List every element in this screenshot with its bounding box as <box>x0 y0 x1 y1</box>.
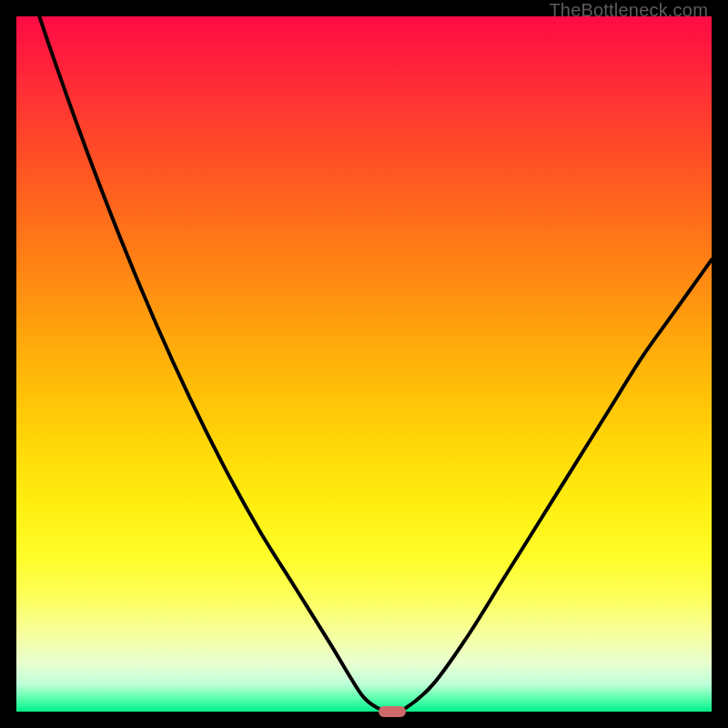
bottleneck-curve <box>16 16 712 712</box>
minimum-marker <box>379 706 406 717</box>
plot-area <box>16 16 712 712</box>
chart-frame: TheBottleneck.com <box>0 0 728 728</box>
